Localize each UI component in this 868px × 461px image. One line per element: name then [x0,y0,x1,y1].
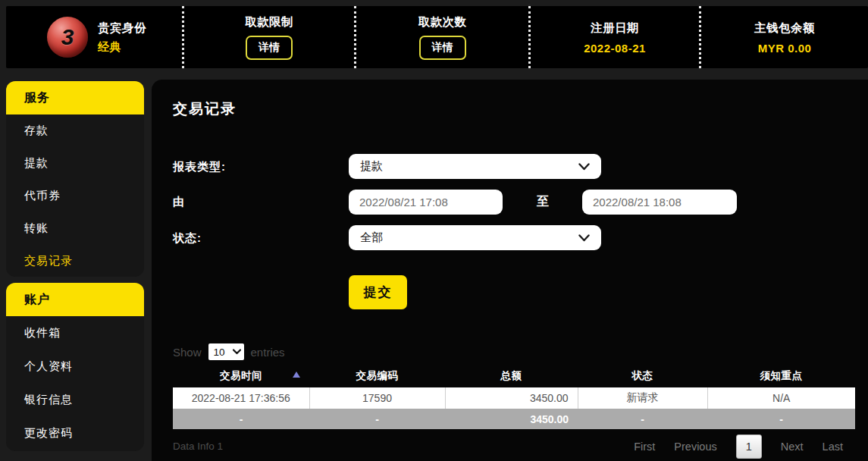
footer-time: - [173,409,309,429]
main-wallet-label: 主钱包余额 [754,20,815,36]
register-date-label: 注册日期 [591,20,639,36]
register-date-value: 2022-08-21 [584,42,646,55]
vip-status-label: 贵宾身份 [98,20,146,36]
from-label: 由 [173,195,185,209]
cell-transaction-time: 2022-08-21 17:36:56 [173,387,309,409]
from-datetime-input[interactable] [349,190,503,215]
sidebar-item-transaction-records[interactable]: 交易记录 [6,245,144,277]
sidebar-item-transfer[interactable]: 转账 [6,212,144,245]
column-header-code[interactable]: 交易编码 [309,365,445,387]
cell-notes: N/A [707,387,855,409]
status-label: 状态: [173,231,202,246]
pagination-last[interactable]: Last [823,441,843,453]
withdrawal-limit-label: 取款限制 [245,14,293,30]
cell-transaction-code: 17590 [309,387,445,409]
pagination-first[interactable]: First [634,441,655,453]
vip-tier-value: 经典 [98,40,146,55]
pagination-next[interactable]: Next [781,441,804,453]
column-header-time-label: 交易时间 [220,370,262,381]
pagination-previous[interactable]: Previous [674,441,716,453]
table-row: 2022-08-21 17:36:56 17590 3450.00 新请求 N/… [173,387,855,409]
to-datetime-input[interactable] [582,190,737,215]
vip-texts: 贵宾身份 经典 [98,20,146,55]
sidebar-item-deposit[interactable]: 存款 [6,114,144,147]
vip-status-section: 3 贵宾身份 经典 [6,6,182,68]
sidebar-item-bank-info[interactable]: 银行信息 [6,383,144,416]
report-type-select[interactable]: 提款 [349,154,601,179]
withdrawal-count-label: 取款次数 [418,14,467,30]
table-header-row: 交易时间 交易编码 总额 状态 须知重点 [173,365,855,387]
status-selected-value: 全部 [360,230,383,245]
sidebar-item-voucher[interactable]: 代币券 [6,180,144,212]
chevron-down-icon [233,349,241,355]
register-date-section: 注册日期 2022-08-21 [528,6,699,68]
withdrawal-limit-section: 取款限制 详情 [182,6,354,68]
report-type-selected-value: 提款 [360,159,383,174]
footer-total-amount: 3450.00 [445,409,578,429]
sidebar-item-profile[interactable]: 个人资料 [6,350,144,383]
sidebar-account-panel: 账户 收件箱 个人资料 银行信息 更改密码 [6,283,144,451]
submit-button[interactable]: 提交 [349,275,407,309]
sort-asc-icon [293,372,300,378]
column-header-amount[interactable]: 总额 [445,365,578,387]
to-label: 至 [537,194,549,210]
pagination-page-1[interactable]: 1 [736,434,762,459]
pagination: First Previous 1 Next Last [634,434,843,459]
withdrawal-count-section: 取款次数 详情 [354,6,528,68]
table-footer-row: - - 3450.00 - - [173,409,855,429]
entries-label: entries [251,346,285,359]
top-header-bar: 3 贵宾身份 经典 取款限制 详情 取款次数 详情 注册日期 2022-08-2… [6,6,868,68]
column-header-notes[interactable]: 须知重点 [707,365,855,387]
main-wallet-section: 主钱包余额 MYR 0.00 [699,6,868,68]
transactions-table: 交易时间 交易编码 总额 状态 须知重点 2022-08-21 17:36:56… [173,365,855,429]
cell-status: 新请求 [578,387,707,409]
footer-code: - [309,409,445,429]
footer-notes: - [707,409,855,429]
cell-amount: 3450.00 [445,387,578,409]
vip-level-ball-icon: 3 [47,17,88,58]
sidebar-item-change-password[interactable]: 更改密码 [6,416,144,450]
footer-status: - [578,409,707,429]
entries-bar: Show 10 entries [173,343,285,360]
chevron-down-icon [578,163,590,171]
show-label: Show [173,346,202,359]
sidebar-group-services: 服务 [6,81,144,114]
chevron-down-icon [578,234,590,242]
table-info-text: Data Info 1 [173,441,223,452]
main-content-panel: 交易记录 报表类型: 提款 由 至 状态: 全部 提交 Show 10 [152,80,868,461]
sidebar-item-withdrawal[interactable]: 提款 [6,147,144,180]
sidebar-group-account: 账户 [6,283,144,316]
column-header-status[interactable]: 状态 [578,365,707,387]
withdrawal-limit-details-button[interactable]: 详情 [246,36,293,60]
page-size-value: 10 [214,347,225,358]
member-dashboard: 3 贵宾身份 经典 取款限制 详情 取款次数 详情 注册日期 2022-08-2… [0,0,868,461]
status-select[interactable]: 全部 [349,225,601,250]
report-type-label: 报表类型: [173,160,226,174]
sidebar-item-inbox[interactable]: 收件箱 [6,316,144,350]
page-size-select[interactable]: 10 [208,343,244,360]
sidebar-services-panel: 服务 存款 提款 代币券 转账 交易记录 [6,81,144,277]
page-title: 交易记录 [173,99,237,119]
column-header-time[interactable]: 交易时间 [173,365,309,387]
withdrawal-count-details-button[interactable]: 详情 [419,36,466,60]
main-wallet-balance: MYR 0.00 [758,42,812,55]
